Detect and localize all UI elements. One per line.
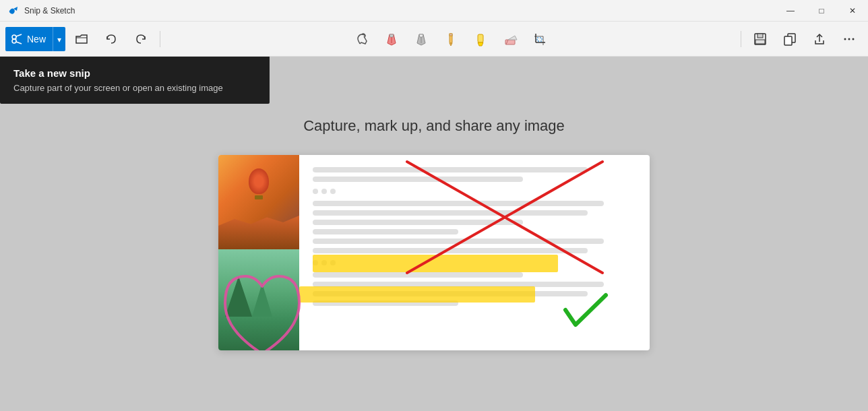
touch-writing-button[interactable] [348, 26, 375, 53]
content-line-9 [313, 272, 523, 278]
svg-line-2 [16, 34, 22, 36]
ballpoint-pen-2-button[interactable] [408, 26, 435, 53]
redo-button[interactable] [127, 26, 154, 53]
svg-rect-22 [784, 36, 792, 45]
dots-row-1 [313, 189, 636, 194]
crop-button[interactable] [526, 26, 553, 53]
minimize-button[interactable] [775, 0, 806, 22]
app-title: Snip & Sketch [24, 6, 75, 15]
toolbar-center-tools [166, 26, 735, 53]
tooltip-popup: Take a new snip Capture part of your scr… [0, 57, 270, 104]
thumbnail-top [218, 155, 299, 249]
svg-marker-11 [478, 42, 483, 46]
share-button[interactable] [806, 26, 833, 53]
balloon [249, 168, 269, 199]
ballpoint-pen-1-button[interactable] [378, 26, 405, 53]
toolbar-right-tools [747, 26, 863, 53]
toolbar: New [0, 22, 868, 57]
balloon-basket [255, 195, 263, 199]
tooltip-description: Capture part of your screen or open an e… [13, 83, 256, 93]
dot-3 [330, 189, 336, 194]
share-icon [813, 32, 826, 46]
pencil-icon [443, 32, 458, 46]
highlighter-icon [473, 32, 488, 46]
content-line-11 [313, 291, 588, 296]
ballpoint-pen-1-icon [384, 32, 399, 46]
svg-point-25 [852, 38, 855, 40]
svg-point-24 [848, 38, 850, 40]
svg-point-0 [12, 35, 16, 39]
content-line-10 [313, 282, 604, 287]
undo-icon [104, 32, 118, 46]
content-line-3 [313, 201, 604, 206]
new-button[interactable]: New [5, 27, 65, 51]
tooltip-title: Take a new snip [13, 67, 256, 79]
content-line-2 [313, 177, 523, 182]
close-icon [849, 6, 856, 15]
svg-rect-10 [478, 34, 483, 42]
copy-button[interactable] [776, 26, 803, 53]
ballpoint-pen-2-icon [414, 32, 429, 46]
content-line-6 [313, 229, 458, 234]
undo-button[interactable] [98, 26, 125, 53]
content-line-5 [313, 220, 523, 225]
svg-line-3 [16, 42, 22, 44]
svg-rect-19 [757, 34, 763, 38]
redo-icon [134, 32, 148, 46]
toolbar-separator-1 [160, 31, 160, 47]
open-file-button[interactable] [68, 26, 95, 53]
balloon-body [249, 168, 269, 194]
chevron-down-icon [57, 34, 61, 44]
main-content: Capture, mark up, and share any image [0, 57, 868, 411]
save-button[interactable] [747, 26, 774, 53]
maximize-button[interactable] [806, 0, 837, 22]
new-dropdown-arrow[interactable] [53, 27, 65, 51]
new-label: New [27, 34, 46, 44]
content-line-12 [313, 301, 458, 306]
svg-rect-9 [450, 34, 452, 36]
folder-icon [75, 32, 88, 46]
svg-rect-20 [755, 40, 765, 44]
main-heading: Capture, mark up, and share any image [303, 117, 565, 135]
content-lines [313, 167, 636, 306]
maximize-icon [819, 6, 824, 15]
title-bar: Snip & Sketch [0, 0, 868, 22]
highlight-annotation [313, 255, 558, 272]
eraser-icon [503, 32, 518, 46]
highlighter-button[interactable] [467, 26, 494, 53]
minimize-icon [786, 6, 795, 15]
content-column [299, 155, 650, 350]
title-bar-controls [775, 0, 868, 22]
svg-rect-17 [537, 38, 542, 41]
close-button[interactable] [837, 0, 868, 22]
dot-1 [313, 189, 318, 194]
demo-illustration [218, 155, 650, 350]
title-bar-left: Snip & Sketch [8, 5, 75, 16]
new-button-main[interactable]: New [5, 27, 53, 51]
eraser-button[interactable] [497, 26, 524, 53]
save-icon [753, 32, 767, 46]
copy-icon [783, 32, 797, 46]
crop-icon [532, 32, 547, 46]
svg-marker-8 [450, 43, 452, 46]
svg-point-1 [12, 39, 16, 43]
content-line-8 [313, 248, 588, 253]
content-line-4 [313, 210, 588, 216]
more-options-button[interactable] [836, 26, 863, 53]
dot-2 [321, 189, 327, 194]
content-line-1 [313, 167, 588, 172]
thumbnail-bottom [218, 249, 299, 350]
content-line-7 [313, 239, 604, 244]
scissors-icon [11, 33, 23, 45]
svg-point-23 [844, 38, 846, 40]
toolbar-separator-2 [741, 31, 741, 47]
touch-icon [354, 32, 369, 46]
pencil-button[interactable] [437, 26, 464, 53]
app-icon [8, 5, 19, 16]
thumbnails-column [218, 155, 299, 350]
more-icon [842, 32, 856, 46]
